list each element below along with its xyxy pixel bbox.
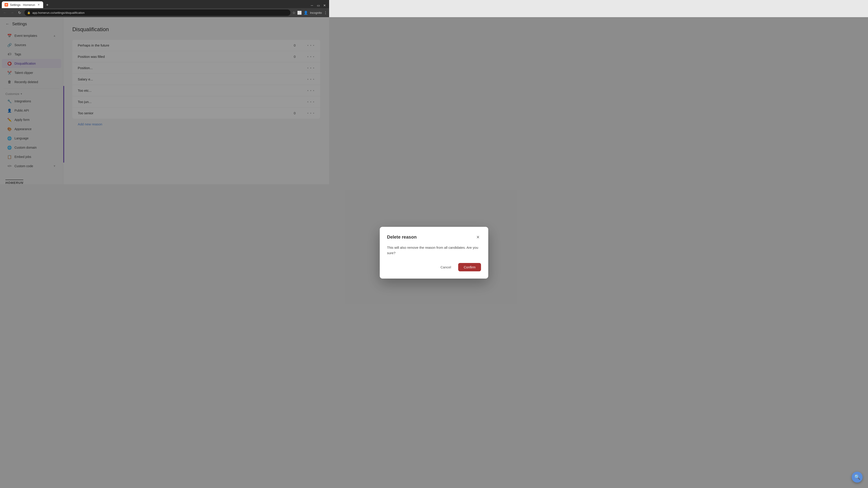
browser-actions: ☆ ⬜ 👤 Incognito ⋮ (292, 11, 327, 15)
incognito-label: Incognito (310, 11, 322, 14)
new-tab-button[interactable]: + (44, 2, 51, 8)
lock-icon: 🔒 (27, 11, 31, 14)
menu-icon[interactable]: ⋮ (324, 11, 327, 15)
browser-tab[interactable]: H Settings · Homerun ✕ (2, 1, 43, 8)
extension-icon[interactable]: ⬜ (297, 11, 302, 15)
browser-chrome: H Settings · Homerun ✕ + ─ ▭ ✕ ← → ↻ 🔒 a… (0, 0, 329, 17)
profile-icon[interactable]: 👤 (304, 11, 308, 15)
maximize-button[interactable]: ▭ (315, 3, 321, 8)
back-button[interactable]: ← (2, 9, 8, 16)
window-controls: ─ ▭ ✕ (309, 3, 327, 8)
modal-overlay: Delete reason ✕ This will also remove th… (0, 17, 329, 184)
reload-button[interactable]: ↻ (16, 9, 23, 16)
nav-buttons: ← → ↻ (2, 9, 23, 16)
browser-toolbar: ← → ↻ 🔒 app.homerun.co/settings/disquali… (0, 8, 329, 17)
forward-button[interactable]: → (9, 9, 16, 16)
url-text: app.homerun.co/settings/disqualification (32, 11, 85, 14)
tab-close-button[interactable]: ✕ (37, 3, 40, 6)
minimize-button[interactable]: ─ (309, 3, 315, 8)
tab-bar: H Settings · Homerun ✕ + ─ ▭ ✕ (0, 0, 329, 8)
tab-title: Settings · Homerun (10, 3, 35, 6)
close-button[interactable]: ✕ (322, 3, 327, 8)
tab-favicon: H (4, 3, 8, 6)
address-bar[interactable]: 🔒 app.homerun.co/settings/disqualificati… (24, 9, 290, 16)
star-icon[interactable]: ☆ (292, 11, 296, 15)
